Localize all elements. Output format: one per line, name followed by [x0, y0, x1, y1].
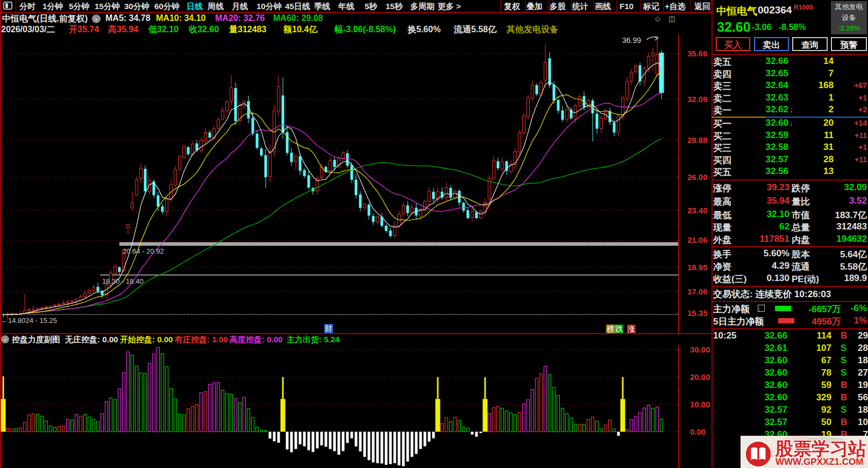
- svg-text:23.40: 23.40: [687, 206, 708, 215]
- svg-text:15.35: 15.35: [687, 308, 708, 318]
- svg-text:10.00: 10.00: [690, 400, 710, 409]
- svg-text:21.06: 21.06: [687, 235, 708, 244]
- svg-text:0.00: 0.00: [690, 427, 706, 436]
- svg-text:32.09: 32.09: [687, 95, 708, 104]
- svg-text:26.00: 26.00: [687, 172, 708, 182]
- svg-text:20.64 - 20.92: 20.64 - 20.92: [123, 247, 164, 255]
- svg-text:18.30 - 18.40: 18.30 - 18.40: [102, 277, 144, 285]
- svg-text:←14.8024 - 15.25: ←14.8024 - 15.25: [1, 316, 57, 325]
- svg-text:35.66: 35.66: [687, 49, 708, 58]
- svg-text:28.88: 28.88: [687, 135, 708, 145]
- svg-text:36.99: 36.99: [622, 36, 641, 45]
- svg-text:20.00: 20.00: [690, 372, 710, 381]
- svg-text:18.95: 18.95: [687, 263, 708, 272]
- svg-text:30.00: 30.00: [690, 345, 710, 354]
- svg-text:17.06: 17.06: [687, 287, 708, 296]
